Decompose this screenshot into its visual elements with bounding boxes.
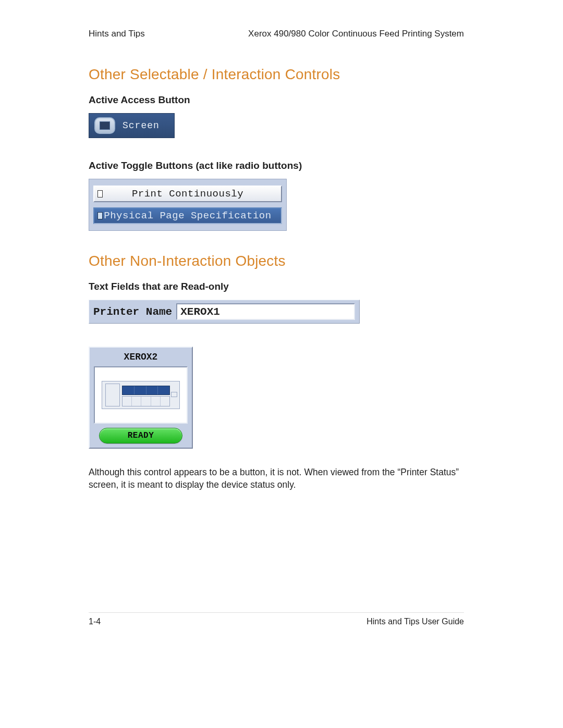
toggle-indicator-icon	[97, 212, 103, 219]
printer-icon	[102, 381, 180, 409]
book-title-footer: Hints and Tips User Guide	[366, 617, 464, 626]
toggle-print-continuously[interactable]: Print Continuously	[93, 186, 282, 202]
subheading-readonly-fields: Text Fields that are Read-only	[89, 281, 464, 292]
toggle-indicator-icon	[97, 190, 103, 198]
readonly-field-label: Printer Name	[93, 306, 172, 318]
printer-status-card: XEROX2 READY	[89, 347, 193, 449]
running-head-right: Xerox 490/980 Color Continuous Feed Prin…	[248, 29, 464, 39]
running-head-left: Hints and Tips	[89, 29, 145, 39]
subheading-toggle-buttons: Active Toggle Buttons (act like radio bu…	[89, 160, 464, 171]
device-name: XEROX2	[124, 352, 158, 362]
page-number: 1-4	[89, 617, 101, 626]
subheading-access-button: Active Access Button	[89, 94, 464, 106]
section-title-selectable: Other Selectable / Interaction Controls	[89, 66, 464, 83]
readonly-field-value: XEROX1	[176, 303, 355, 320]
status-text: READY	[128, 431, 154, 440]
explanatory-note: Although this control appears to be a bu…	[89, 466, 464, 491]
status-badge: READY	[99, 428, 182, 443]
device-illustration	[94, 366, 188, 424]
toggle-button-group: Print Continuously Physical Page Specifi…	[89, 179, 287, 231]
section-title-noninteract: Other Non-Interaction Objects	[89, 253, 464, 269]
active-access-button[interactable]: Screen	[89, 113, 175, 138]
access-button-label: Screen	[123, 120, 160, 131]
toggle-label: Physical Page Specification	[104, 210, 271, 221]
screen-icon	[94, 117, 115, 134]
toggle-physical-page-spec[interactable]: Physical Page Specification	[93, 207, 282, 224]
toggle-label: Print Continuously	[132, 188, 243, 200]
readonly-field-row: Printer Name XEROX1	[89, 300, 360, 324]
